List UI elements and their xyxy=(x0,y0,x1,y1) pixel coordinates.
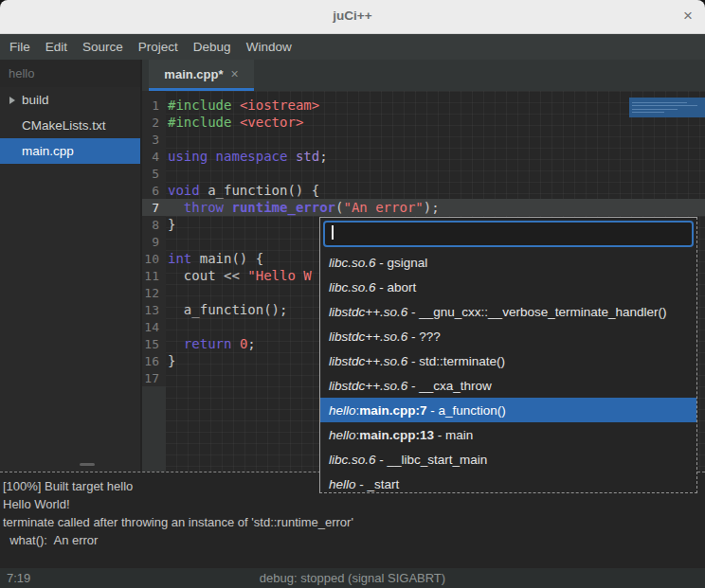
token-fg xyxy=(231,98,239,113)
token-fg xyxy=(287,149,295,164)
code-text: using namespace std; xyxy=(166,149,328,164)
token-str: "Hello W xyxy=(247,268,311,283)
frame-library: libc.so.6 xyxy=(329,280,376,294)
output-line: Hello World! xyxy=(3,495,705,513)
code-text: #include <vector> xyxy=(166,115,303,130)
frame-function: gsignal xyxy=(388,256,428,270)
doc-tooltip xyxy=(629,98,705,117)
frame-function: __gnu_cxx::__verbose_terminate_handler() xyxy=(419,305,666,319)
menubar: FileEditSourceProjectDebugWindow xyxy=(0,34,705,60)
doc-tooltip-textline xyxy=(632,109,678,110)
token-fg: ); xyxy=(424,200,440,215)
frame-library: libstdc++.so.6 xyxy=(329,354,407,368)
token-ns: std xyxy=(296,149,319,164)
token-fg xyxy=(231,336,239,351)
line-number: 5 xyxy=(142,167,166,181)
backtrace-item[interactable]: libstdc++.so.6 - __cxa_throw xyxy=(320,373,696,398)
statusbar: 7:19 debug: stopped (signal SIGABRT) xyxy=(0,568,705,588)
code-line: 5 xyxy=(142,165,705,182)
output-line: terminate called after throwing an insta… xyxy=(3,513,705,531)
frame-library: libstdc++.so.6 xyxy=(329,305,407,319)
code-text: int main() { xyxy=(166,251,263,266)
line-number: 4 xyxy=(142,150,166,164)
backtrace-item[interactable]: libc.so.6 - abort xyxy=(320,275,696,299)
backtrace-item[interactable]: libstdc++.so.6 - std::terminate() xyxy=(320,348,696,373)
backtrace-item[interactable]: libstdc++.so.6 - __gnu_cxx::__verbose_te… xyxy=(320,299,696,324)
line-number: 6 xyxy=(142,184,166,198)
file-tree-panel[interactable]: hello buildCMakeLists.txtmain.cpp xyxy=(0,60,140,472)
line-number: 1 xyxy=(142,98,166,113)
frame-library: libstdc++.so.6 xyxy=(329,379,407,393)
doc-tooltip-textline xyxy=(632,102,687,103)
backtrace-item[interactable]: libstdc++.so.6 - ??? xyxy=(320,324,696,348)
code-text: cout << "Hello W xyxy=(166,268,312,283)
tabbar: main.cpp* × xyxy=(142,60,705,91)
frame-location: main.cpp:7 xyxy=(359,403,426,418)
token-fg: a_function(); xyxy=(168,302,287,317)
close-icon[interactable]: × xyxy=(683,8,693,24)
code-text: #include <iostream> xyxy=(166,98,319,113)
expander-icon[interactable] xyxy=(9,97,15,104)
tree-item-label: CMakeLists.txt xyxy=(22,118,106,133)
frame-separator: - xyxy=(427,403,439,418)
token-fg: ; xyxy=(247,336,255,351)
frame-separator: - xyxy=(407,305,419,319)
filter-input[interactable] xyxy=(323,221,694,247)
frame-function: __libc_start_main xyxy=(388,453,488,467)
code-text: return 0; xyxy=(166,336,256,351)
line-number: 17 xyxy=(142,371,166,385)
backtrace-popup: libc.so.6 - gsignallibc.so.6 - abortlibs… xyxy=(319,217,697,493)
tab-close-icon[interactable]: × xyxy=(230,66,238,81)
backtrace-item[interactable]: libc.so.6 - gsignal xyxy=(320,250,696,275)
frame-function: main xyxy=(445,428,473,442)
frame-location: main.cpp:13 xyxy=(359,428,434,442)
token-fg xyxy=(168,200,184,215)
code-line: 2#include <vector> xyxy=(142,114,705,131)
backtrace-item[interactable]: hello:main.cpp:13 - main xyxy=(320,422,696,447)
line-number: 7 xyxy=(142,201,166,215)
menu-item-source[interactable]: Source xyxy=(75,35,131,59)
line-number: 11 xyxy=(142,269,166,283)
file-tree: buildCMakeLists.txtmain.cpp xyxy=(0,87,140,164)
backtrace-item[interactable]: hello:main.cpp:7 - a_function() xyxy=(320,398,696,422)
code-text: void a_function() { xyxy=(166,183,319,198)
code-line: 7 throw runtime_error("An error"); xyxy=(142,199,705,216)
token-kw: namespace xyxy=(216,149,288,164)
backtrace-item[interactable]: libc.so.6 - __libc_start_main xyxy=(320,447,696,472)
menu-item-edit[interactable]: Edit xyxy=(38,35,75,59)
token-kwb: runtime_error xyxy=(231,200,335,215)
menu-item-file[interactable]: File xyxy=(2,35,38,59)
window-title: juCi++ xyxy=(0,9,705,23)
sidebar-item-build[interactable]: build xyxy=(0,87,140,113)
sidebar-item-main-cpp[interactable]: main.cpp xyxy=(0,138,140,164)
debug-status: debug: stopped (signal SIGABRT) xyxy=(0,571,705,585)
output-line: what(): An error xyxy=(3,531,705,549)
line-number: 14 xyxy=(142,320,166,334)
scrollbar-handle[interactable] xyxy=(80,463,95,466)
tab-main-cpp[interactable]: main.cpp* × xyxy=(149,60,254,88)
gutter-tail xyxy=(142,386,166,472)
token-kw: void xyxy=(168,183,200,198)
token-str: <iostream> xyxy=(240,98,319,113)
token-str: "An error" xyxy=(343,200,423,215)
menu-item-debug[interactable]: Debug xyxy=(186,35,239,59)
backtrace-item[interactable]: hello - _start xyxy=(320,472,696,496)
code-text: } xyxy=(166,353,175,368)
frame-separator: - xyxy=(376,453,388,467)
doc-tooltip-textline xyxy=(632,105,697,106)
line-number: 12 xyxy=(142,286,166,300)
tree-item-label: build xyxy=(22,93,49,107)
line-number: 13 xyxy=(142,303,166,317)
menu-item-window[interactable]: Window xyxy=(239,35,299,59)
titlebar[interactable]: juCi++ × xyxy=(0,0,705,34)
token-fg xyxy=(208,149,215,164)
frame-separator: - xyxy=(376,280,388,294)
line-number: 8 xyxy=(142,218,166,232)
sidebar-item-cmakelists-txt[interactable]: CMakeLists.txt xyxy=(0,113,140,138)
token-pp: #include xyxy=(168,98,231,113)
menu-item-project[interactable]: Project xyxy=(131,35,186,59)
code-line: 1#include <iostream> xyxy=(142,97,705,114)
line-number: 10 xyxy=(142,252,166,266)
frame-function: abort xyxy=(388,280,417,294)
backtrace-list: libc.so.6 - gsignallibc.so.6 - abortlibs… xyxy=(320,250,696,496)
